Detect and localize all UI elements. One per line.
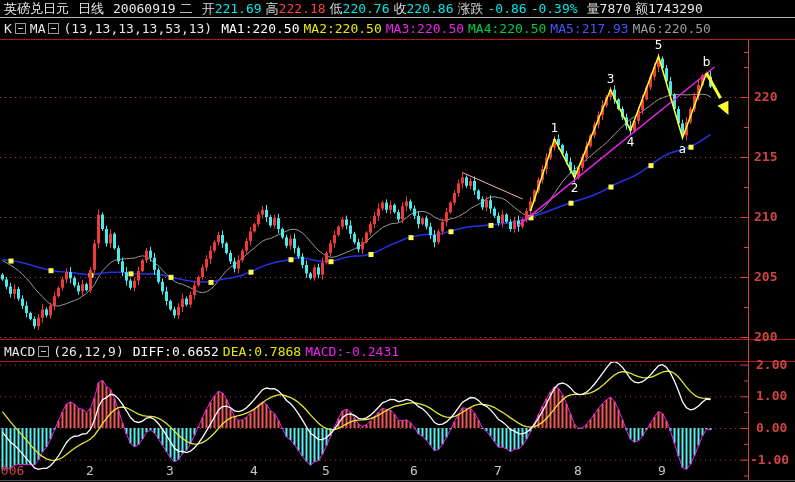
close-value: 220.86 <box>407 1 454 16</box>
dea-value: DEA:0.7868 <box>223 344 301 359</box>
amount-label: 额 <box>635 1 648 16</box>
ma4-value: MA4:220.50 <box>468 21 546 36</box>
open-value: 221.69 <box>215 1 262 16</box>
chart-app-window: { "header": { "symbol": "英磅兑日元", "period… <box>0 0 795 482</box>
period-label: 日线 <box>78 1 104 16</box>
collapse-icon[interactable] <box>48 23 59 34</box>
indicator-param-bar: KMA(13,13,13,13,53,13)MA1:220.50MA2:220.… <box>4 21 711 36</box>
weekday-label: 二 <box>180 1 193 16</box>
ma2-value: MA2:220.50 <box>303 21 381 36</box>
price-macd-chart-canvas[interactable] <box>0 0 795 482</box>
k-indicator-label: K <box>4 21 12 36</box>
ma-indicator-label: MA <box>30 21 46 36</box>
ma3-value: MA3:220.50 <box>386 21 464 36</box>
symbol-name: 英磅兑日元 <box>4 1 69 16</box>
macd-params: (26,12,9) <box>53 344 123 359</box>
high-label: 高 <box>266 1 279 16</box>
volume-label: 量 <box>587 1 600 16</box>
volume-value: 7870 <box>600 1 631 16</box>
open-label: 开 <box>202 1 215 16</box>
change-value: -0.86 <box>488 1 527 16</box>
collapse-icon[interactable] <box>38 346 49 357</box>
ma6-value: MA6:220.50 <box>633 21 711 36</box>
ma5-value: MA5:217.93 <box>550 21 628 36</box>
title-bar: 英磅兑日元日线20060919二开221.69高222.18低220.76收22… <box>4 1 703 16</box>
close-label: 收 <box>394 1 407 16</box>
macd-indicator-label: MACD <box>4 344 35 359</box>
macd-param-bar: MACD(26,12,9)DIFF:0.6652DEA:0.7868MACD:-… <box>4 344 399 359</box>
macd-value: MACD:-0.2431 <box>305 344 399 359</box>
low-value: 220.76 <box>343 1 390 16</box>
high-value: 222.18 <box>279 1 326 16</box>
date-label: 20060919 <box>113 1 176 16</box>
ma1-value: MA1:220.50 <box>221 21 299 36</box>
ma-params: (13,13,13,13,53,13) <box>63 21 212 36</box>
low-label: 低 <box>330 1 343 16</box>
change-label: 涨跌 <box>458 1 484 16</box>
change-pct-value: -0.39% <box>531 1 578 16</box>
diff-value: DIFF:0.6652 <box>133 344 219 359</box>
amount-value: 1743290 <box>648 1 703 16</box>
collapse-icon[interactable] <box>15 23 26 34</box>
